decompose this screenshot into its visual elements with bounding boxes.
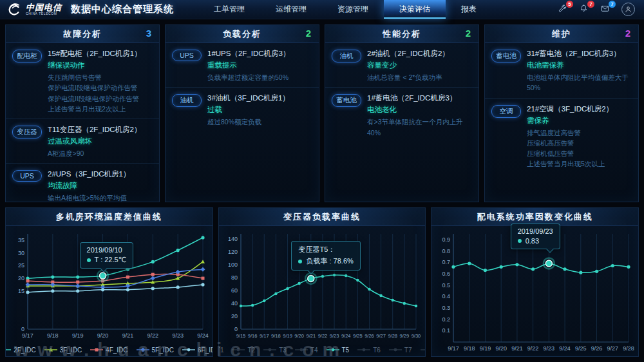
legend-item[interactable]: T8 bbox=[421, 347, 426, 354]
legend-item[interactable]: T7 bbox=[389, 347, 412, 354]
svg-text:30: 30 bbox=[18, 250, 24, 256]
person-icon bbox=[624, 5, 632, 14]
analysis-panel: 故障分析 3 配电柜 15#配电柜（2F_IDC机房1） 继保误动作 失压跳闸信… bbox=[5, 24, 160, 202]
analysis-item[interactable]: UPS 1#UPS（2F_IDC机房3） 重载提示 负载率超过额定容量的50% bbox=[166, 43, 319, 88]
svg-text:140: 140 bbox=[228, 236, 238, 242]
chart-svg: 9/179/189/199/209/219/229/239/249/259/26… bbox=[431, 226, 636, 354]
svg-text:9/19: 9/19 bbox=[72, 332, 84, 339]
item-title: 2#UPS（3F_IDC机房1） bbox=[48, 169, 153, 179]
detail-line: 油机总容量 < 2*负载功率 bbox=[367, 72, 472, 82]
brand-name-en: CHINA TELECOM bbox=[26, 12, 62, 15]
svg-text:0: 0 bbox=[234, 326, 238, 332]
legend-item[interactable]: T6 bbox=[357, 347, 381, 354]
panel-title: 性能分析 bbox=[383, 28, 421, 40]
item-content: 2#油机（2F_IDC机房2） 容量变少 油机总容量 < 2*负载功率 bbox=[367, 49, 472, 82]
nav-item[interactable]: 报表 bbox=[446, 0, 492, 19]
device-tag: 蓄电池 bbox=[332, 94, 361, 107]
svg-text:9/30: 9/30 bbox=[411, 333, 421, 339]
detail-line: 压缩机高压告警 bbox=[527, 138, 632, 148]
svg-text:0.2: 0.2 bbox=[442, 316, 451, 323]
legend-item[interactable]: T1 bbox=[218, 347, 224, 354]
legend-item[interactable]: 5F_IDC bbox=[137, 347, 174, 354]
legend-label: T4 bbox=[310, 347, 318, 354]
analysis-item[interactable]: 空调 21#空调（3F_IDC机房2） 需保养 排气温度过高告警压缩机高压告警压… bbox=[485, 99, 638, 174]
item-highlight: 继保误动作 bbox=[48, 61, 153, 70]
nav-item[interactable]: 工单管理 bbox=[198, 0, 260, 19]
chart-legend: 2F_IDC3F_IDC4F_IDC5F_IDC6F_IDC bbox=[6, 343, 213, 356]
svg-text:0.8: 0.8 bbox=[442, 248, 451, 254]
item-title: 1#蓄电池（2F_IDC机房3） bbox=[367, 93, 472, 103]
item-details: 超过80%额定负载 bbox=[207, 117, 312, 127]
svg-text:0.4: 0.4 bbox=[442, 293, 451, 300]
item-title: 2#油机（2F_IDC机房2） bbox=[367, 49, 472, 59]
nav-item[interactable]: 运维管理 bbox=[260, 0, 322, 19]
svg-text:0.1: 0.1 bbox=[442, 327, 451, 334]
legend-item[interactable]: 2F_IDC bbox=[5, 347, 36, 354]
tools-button[interactable]: 5 bbox=[558, 4, 569, 15]
panel-count: 2 bbox=[306, 28, 311, 39]
svg-text:9/22: 9/22 bbox=[147, 332, 159, 339]
svg-text:60: 60 bbox=[231, 287, 238, 294]
svg-text:20: 20 bbox=[231, 313, 238, 319]
svg-text:25: 25 bbox=[18, 262, 24, 269]
analysis-item[interactable]: 变压器 T11变压器（2F_IDC机房2） 过温或风扇坏 A柜温度>90 bbox=[6, 119, 159, 164]
chart-plot-area[interactable]: 9/159/169/179/189/199/209/219/229/239/24… bbox=[219, 226, 426, 343]
analysis-item[interactable]: 油机 3#油机（3F_IDC机房1） 过载 超过80%额定负载 bbox=[166, 88, 319, 131]
legend-item[interactable]: 4F_IDC bbox=[90, 347, 128, 354]
analysis-panel: 负载分析 2 UPS 1#UPS（2F_IDC机房3） 重载提示 负载率超过额定… bbox=[165, 24, 319, 202]
item-title: 3#油机（3F_IDC机房1） bbox=[207, 93, 312, 103]
analysis-item[interactable]: UPS 2#UPS（3F_IDC机房1） 均流故障 输出A相电流>5%的平均值 bbox=[6, 164, 159, 202]
chart-svg: 9/159/169/179/189/199/209/219/229/239/24… bbox=[219, 226, 424, 341]
top-header: 中国电信 CHINA TELECOM 数据中心综合管理系统 工单管理运维管理资源… bbox=[0, 0, 644, 19]
mail-button[interactable]: 7 bbox=[600, 4, 611, 15]
svg-text:9/26: 9/26 bbox=[365, 333, 374, 339]
analysis-item[interactable]: 蓄电池 31#蓄电池（2F_IDC机房3） 电池需保养 电池组单体内阻比平均值偏… bbox=[485, 43, 638, 99]
item-details: 排气温度过高告警压缩机高压告警压缩机低压告警上述告警当月出现5次以上 bbox=[527, 128, 632, 169]
brand-text: 中国电信 CHINA TELECOM bbox=[26, 3, 62, 15]
svg-text:9/20: 9/20 bbox=[294, 333, 304, 339]
item-content: 3#油机（3F_IDC机房1） 过载 超过80%额定负载 bbox=[207, 93, 312, 127]
analysis-panels: 故障分析 3 配电柜 15#配电柜（2F_IDC机房1） 继保误动作 失压跳闸信… bbox=[5, 24, 639, 202]
item-highlight: 过载 bbox=[207, 105, 312, 115]
legend-item[interactable]: T3 bbox=[263, 347, 287, 354]
detail-line: 保护电流I段继电保护动作告警 bbox=[48, 82, 153, 93]
panel-count: 3 bbox=[146, 28, 151, 39]
legend-item[interactable]: T2 bbox=[232, 347, 255, 354]
detail-line: 上述告警当月出现5次以上 bbox=[527, 158, 632, 169]
item-title: 15#配电柜（2F_IDC机房1） bbox=[48, 49, 153, 59]
nav-item[interactable]: 决策评估 bbox=[384, 0, 446, 19]
svg-text:9/21: 9/21 bbox=[306, 333, 316, 339]
legend-item[interactable]: T4 bbox=[295, 347, 318, 354]
item-title: 1#UPS（2F_IDC机房3） bbox=[207, 49, 312, 59]
legend-item[interactable]: 6F_IDC bbox=[182, 347, 213, 354]
user-avatar[interactable] bbox=[621, 3, 635, 16]
svg-text:120: 120 bbox=[228, 249, 238, 255]
panel-body: 蓄电池 31#蓄电池（2F_IDC机房3） 电池需保养 电池组单体内阻比平均值偏… bbox=[485, 43, 638, 202]
legend-item[interactable]: T5 bbox=[327, 347, 350, 354]
item-title: 31#蓄电池（2F_IDC机房3） bbox=[527, 49, 632, 59]
bell-button[interactable]: 7 bbox=[579, 4, 590, 15]
svg-text:9/24: 9/24 bbox=[341, 333, 351, 339]
analysis-item[interactable]: 蓄电池 1#蓄电池（2F_IDC机房3） 电池老化 有>3节单体阻抗在一个月内上… bbox=[325, 88, 478, 142]
panel-count: 2 bbox=[466, 28, 471, 39]
header-right: 5 7 7 bbox=[558, 3, 638, 16]
item-details: 输出A相电流>5%的平均值 bbox=[48, 193, 153, 202]
analysis-item[interactable]: 油机 2#油机（2F_IDC机房2） 容量变少 油机总容量 < 2*负载功率 bbox=[325, 43, 478, 88]
chart-plot-area[interactable]: 9/179/189/199/209/219/229/239/249/259/26… bbox=[431, 226, 638, 356]
svg-text:9/28: 9/28 bbox=[388, 333, 397, 339]
detail-line: 有>3节单体阻抗在一个月内上升40% bbox=[367, 117, 472, 138]
item-details: 负载率超过额定容量的50% bbox=[207, 72, 312, 82]
legend-label: T6 bbox=[373, 347, 381, 354]
chart-plot-area[interactable]: 9/179/189/199/209/219/229/239/2401520253… bbox=[6, 226, 213, 343]
device-tag: 空调 bbox=[491, 105, 521, 118]
svg-text:9/18: 9/18 bbox=[464, 345, 475, 352]
item-title: 21#空调（3F_IDC机房2） bbox=[527, 104, 632, 114]
legend-label: 3F_IDC bbox=[60, 347, 82, 354]
detail-line: 负载率超过额定容量的50% bbox=[207, 72, 312, 82]
analysis-item[interactable]: 配电柜 15#配电柜（2F_IDC机房1） 继保误动作 失压跳闸信号告警保护电流… bbox=[6, 43, 159, 119]
svg-text:0.5: 0.5 bbox=[442, 282, 451, 289]
legend-item[interactable]: 3F_IDC bbox=[44, 347, 82, 354]
nav-item[interactable]: 资源管理 bbox=[322, 0, 384, 19]
panel-title: 负载分析 bbox=[223, 28, 261, 40]
legend-label: 5F_IDC bbox=[152, 347, 174, 354]
